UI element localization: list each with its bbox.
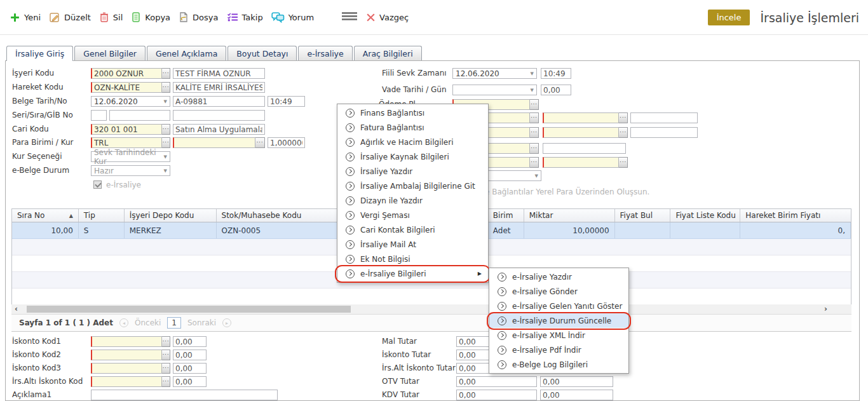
menu-item-cari-kontak[interactable]: Cari Kontak Bilgileri xyxy=(337,222,488,237)
right-row5-lookup1-button[interactable]: ··· xyxy=(530,127,539,138)
menu-item-fatura-baglantisi[interactable]: Fatura Bağlantısı xyxy=(337,120,488,135)
hamburger-menu-button[interactable] xyxy=(341,11,358,24)
iskonto-kod3-lookup-button[interactable]: ··· xyxy=(162,363,170,374)
vade-gun-input[interactable] xyxy=(541,85,571,95)
right-row6-lookup1-button[interactable]: ··· xyxy=(530,143,539,154)
isyeri-kodu-input[interactable] xyxy=(91,68,162,79)
column-header-tip[interactable]: Tip xyxy=(79,209,125,222)
kdv-tutar-input2[interactable] xyxy=(540,390,613,400)
menu-item-agirlik-hacim[interactable]: Ağırlık ve Hacim Bilgileri xyxy=(337,135,488,149)
kur-secenegi-dropdown[interactable]: Sevk Tarihindeki Kur ▼ xyxy=(91,151,170,162)
seri-input[interactable] xyxy=(91,110,107,121)
column-header-birim[interactable]: Birim xyxy=(488,209,524,222)
scroll-left-icon[interactable]: ‹ xyxy=(15,304,18,314)
cari-kodu-lookup-button[interactable]: ··· xyxy=(162,124,170,135)
menu-item-irsaliye-yazdir[interactable]: İrsaliye Yazdır xyxy=(337,164,488,179)
hareket-kodu-input[interactable] xyxy=(91,82,162,93)
tab-genel-bilgiler[interactable]: Genel Bilgiler xyxy=(74,46,146,60)
belge-no-input[interactable] xyxy=(173,96,265,107)
gib-no-input[interactable] xyxy=(173,110,265,121)
iskonto-kod2-lookup-button[interactable]: ··· xyxy=(162,350,170,360)
right-row7-lookup1-button[interactable]: ··· xyxy=(530,157,539,168)
isyeri-adi-input[interactable] xyxy=(173,68,265,79)
inspect-button[interactable]: İncele xyxy=(708,10,750,25)
cari-kodu-input[interactable] xyxy=(91,124,162,135)
submenu-item-gelen-yaniti-goster[interactable]: e-İrsaliye Gelen Yanıtı Göster xyxy=(489,299,628,313)
para-birimi-lookup-button[interactable]: ··· xyxy=(162,137,170,148)
menu-item-ek-not[interactable]: Ek Not Bilgisi xyxy=(337,252,488,266)
scrollbar-thumb[interactable] xyxy=(27,306,351,313)
right-row7-input2[interactable] xyxy=(543,157,619,168)
cari-adi-input[interactable] xyxy=(173,124,265,135)
hareket-kodu-lookup-button[interactable]: ··· xyxy=(162,82,170,93)
right-row5-input3[interactable] xyxy=(630,127,698,138)
tab-genel-aciklama[interactable]: Genel Açıklama xyxy=(147,46,226,60)
column-header-hareket-birim-fiyati[interactable]: Hareket Birim Fiyatı xyxy=(740,209,851,222)
submenu-item-xml-indir[interactable]: e-İrsaliye XML İndir xyxy=(489,328,628,343)
irs-alti-iskonto-kod-input[interactable] xyxy=(91,376,162,387)
next-page-icon[interactable]: ▸ xyxy=(222,318,231,327)
vade-tarihi-dropdown[interactable]: ▼ xyxy=(452,85,537,95)
prev-page-link[interactable]: Önceki xyxy=(135,318,161,327)
fiili-sevk-tarih-dropdown[interactable]: 12.06.2020 ▼ xyxy=(452,68,537,79)
track-button[interactable]: Takip xyxy=(227,12,263,22)
right-row6-input2[interactable] xyxy=(543,143,626,154)
kur-kodu-input[interactable] xyxy=(173,137,255,148)
tab-arac-bilgileri[interactable]: Araç Bilgileri xyxy=(354,46,422,60)
column-header-fiyat-bul[interactable]: Fiyat Bul xyxy=(615,209,671,222)
page-number[interactable]: 1 xyxy=(167,317,181,329)
hareket-adi-input[interactable] xyxy=(173,82,265,93)
menu-item-irsaliye-kaynak[interactable]: İrsaliye Kaynak Bilgileri xyxy=(337,149,488,164)
iskonto-oran1-input[interactable] xyxy=(173,336,207,347)
belge-tarih-dropdown[interactable]: 12.06.2020 ▼ xyxy=(91,96,170,107)
menu-item-ambalaj-bilgileri[interactable]: İrsaliye Ambalaj Bilgilerine Git xyxy=(337,179,488,193)
comment-button[interactable]: Yorum xyxy=(271,12,314,23)
table-row-empty[interactable] xyxy=(12,289,851,305)
right-row7-lookup2-button[interactable]: ··· xyxy=(619,157,628,168)
para-birimi-input[interactable] xyxy=(91,137,162,148)
iskonto-kod1-input[interactable] xyxy=(91,336,162,347)
scroll-right-icon[interactable]: › xyxy=(824,304,827,314)
aciklama1-input[interactable] xyxy=(91,390,278,400)
new-button[interactable]: Yeni xyxy=(10,12,41,23)
right-row4-input2[interactable] xyxy=(543,112,619,123)
right-row5-input2[interactable] xyxy=(543,127,619,138)
iskonto-kod3-input[interactable] xyxy=(91,363,162,374)
cancel-button[interactable]: Vazgeç xyxy=(366,13,409,22)
right-row4-lookup2-button[interactable]: ··· xyxy=(619,112,628,123)
file-button[interactable]: Dosya xyxy=(179,11,218,23)
sira-input[interactable] xyxy=(109,110,170,121)
e-belge-durum-dropdown[interactable]: Hazır ▼ xyxy=(91,165,170,176)
isyeri-kodu-lookup-button[interactable]: ··· xyxy=(162,68,170,79)
kdv-tutar-input1[interactable] xyxy=(456,390,537,400)
column-header-miktar[interactable]: Miktar xyxy=(524,209,615,222)
iskonto-kod2-input[interactable] xyxy=(91,350,162,360)
prev-page-icon[interactable]: ◂ xyxy=(119,318,128,327)
column-header-sira-no[interactable]: Sıra No ▲ xyxy=(12,209,79,222)
irs-alti-iskonto-lookup-button[interactable]: ··· xyxy=(162,376,170,387)
right-row5-lookup2-button[interactable]: ··· xyxy=(619,127,628,138)
menu-item-irsaliye-mail[interactable]: İrsaliye Mail At xyxy=(337,237,488,252)
tab-boyut-detayi[interactable]: Boyut Detayı xyxy=(227,46,297,60)
column-header-isyeri-depo-kodu[interactable]: İşyeri Depo Kodu xyxy=(125,209,217,222)
submenu-item-e-irsaliye-gonder[interactable]: e-İrsaliye Gönder xyxy=(489,284,628,299)
submenu-item-e-irsaliye-yazdir[interactable]: e-İrsaliye Yazdır xyxy=(489,269,628,284)
column-header-fiyat-liste-kodu[interactable]: Fiyat Liste Kodu xyxy=(670,209,740,222)
iskonto-oran2-input[interactable] xyxy=(173,350,207,360)
submenu-item-e-belge-log[interactable]: e-Belge Log Bilgileri xyxy=(489,357,628,372)
right-row4-lookup1-button[interactable]: ··· xyxy=(530,112,539,123)
menu-item-finans-baglantisi[interactable]: Finans Bağlantısı xyxy=(337,105,488,120)
next-page-link[interactable]: Sonraki xyxy=(187,318,216,327)
kur-kodu-lookup-button[interactable]: ··· xyxy=(255,137,265,148)
menu-item-e-irsaliye-bilgileri[interactable]: e-İrsaliye Bilgileri ▶ xyxy=(337,266,488,281)
delete-button[interactable]: Sil xyxy=(99,11,123,23)
submenu-item-durum-guncelle[interactable]: e-İrsaliye Durum Güncelle xyxy=(489,313,628,328)
menu-item-vergi-semasi[interactable]: Vergi Şeması xyxy=(337,208,488,222)
kur-input[interactable] xyxy=(268,137,305,148)
odeme-plani-lookup-button[interactable]: ··· xyxy=(530,99,539,110)
edit-button[interactable]: Düzelt xyxy=(49,11,91,23)
menu-item-dizayn-yazdir[interactable]: Dizayn ile Yazdır xyxy=(337,193,488,208)
otv-tutar-input1[interactable] xyxy=(456,376,537,387)
submenu-item-pdf-indir[interactable]: e-İrsaliye Pdf İndir xyxy=(489,343,628,357)
irs-alti-iskonto-oran-input[interactable] xyxy=(173,376,207,387)
